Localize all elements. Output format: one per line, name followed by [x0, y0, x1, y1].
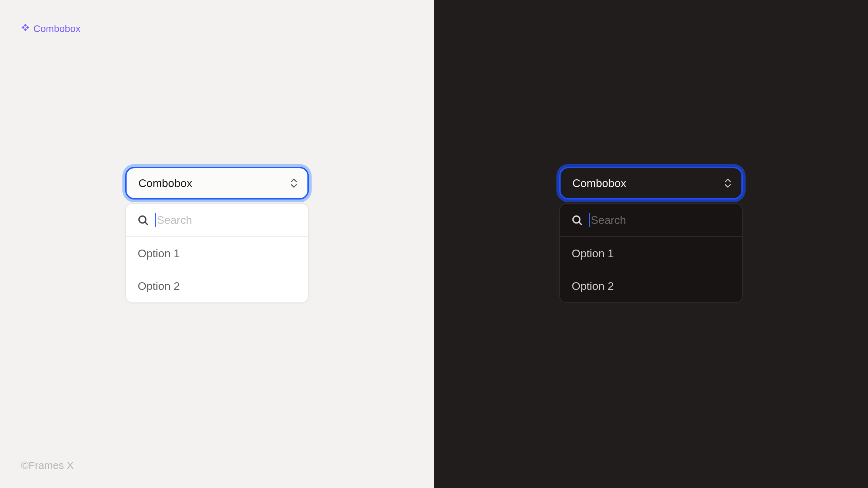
combobox-option[interactable]: Option 1: [560, 237, 742, 270]
svg-line-1: [145, 222, 147, 225]
combobox-option[interactable]: Option 2: [126, 270, 308, 302]
chevron-up-down-icon: [290, 178, 298, 188]
search-icon: [571, 214, 583, 226]
combobox-trigger-label: Combobox: [572, 177, 626, 190]
component-tag: Combobox: [21, 23, 80, 34]
search-placeholder: Search: [591, 214, 626, 227]
search-input[interactable]: Search: [589, 204, 626, 236]
search-placeholder: Search: [157, 214, 192, 227]
combobox-trigger[interactable]: Combobox: [125, 167, 309, 200]
combobox-light: Combobox Search Option 1 Option 2: [125, 167, 309, 303]
svg-line-3: [579, 222, 581, 225]
component-tag-label: Combobox: [33, 23, 80, 34]
combobox-option[interactable]: Option 2: [560, 270, 742, 302]
combobox-dropdown: Search Option 1 Option 2: [125, 203, 309, 303]
combobox-search-row[interactable]: Search: [560, 204, 742, 237]
search-input[interactable]: Search: [155, 204, 192, 236]
combobox-trigger[interactable]: Combobox: [559, 167, 743, 200]
component-icon: [21, 23, 30, 34]
combobox-dark: Combobox Search Option 1 Option 2: [559, 167, 743, 303]
search-icon: [137, 214, 149, 226]
combobox-search-row[interactable]: Search: [126, 204, 308, 237]
light-panel: Combobox Combobox Search Option 1: [0, 0, 434, 488]
chevron-up-down-icon: [724, 178, 732, 188]
option-label: Option 2: [138, 280, 180, 293]
dark-panel: Combobox Search Option 1 Option 2: [434, 0, 868, 488]
text-cursor: [155, 213, 156, 227]
credit-label: ©Frames X: [21, 459, 74, 471]
text-cursor: [589, 213, 590, 227]
combobox-option[interactable]: Option 1: [126, 237, 308, 270]
option-label: Option 1: [138, 247, 180, 260]
combobox-dropdown: Search Option 1 Option 2: [559, 203, 743, 303]
option-label: Option 2: [572, 280, 614, 293]
option-label: Option 1: [572, 247, 614, 260]
combobox-trigger-label: Combobox: [138, 177, 192, 190]
